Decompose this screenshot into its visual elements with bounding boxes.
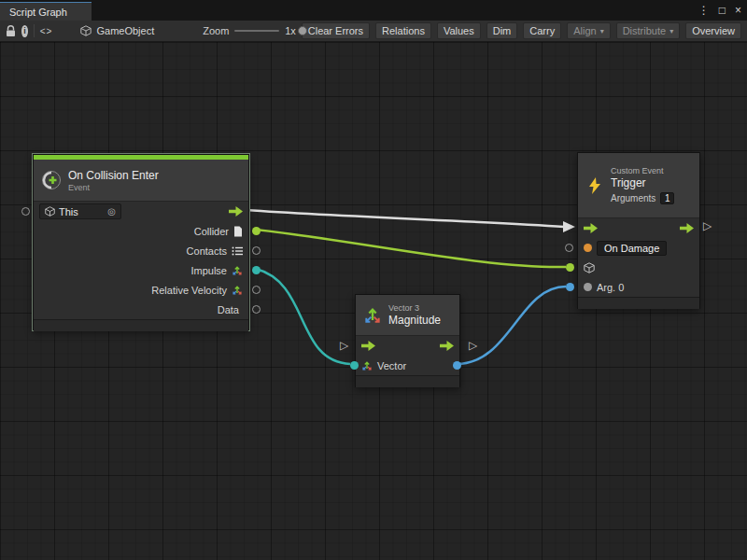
arg0-input-port[interactable] — [566, 283, 574, 291]
zoom-value: 1x — [285, 25, 296, 36]
cube-icon — [45, 206, 55, 217]
relative-velocity-output-port[interactable] — [252, 286, 261, 294]
node-header: Vector 3 Magnitude — [356, 295, 459, 336]
port-label-contacts: Contacts — [187, 245, 227, 257]
node-subtitle: Event — [68, 183, 159, 192]
this-value: This — [59, 206, 78, 217]
impulse-output-port[interactable] — [252, 266, 261, 274]
node-header: On Collision Enter Event — [34, 160, 248, 202]
contacts-output-port[interactable] — [252, 246, 261, 255]
node-kind-label: Custom Event — [611, 166, 674, 175]
arguments-label: Arguments — [611, 193, 655, 203]
lock-icon[interactable] — [6, 25, 16, 37]
node-title: Trigger — [611, 176, 674, 189]
tab-title: Script Graph — [9, 7, 67, 18]
values-button[interactable]: Values — [437, 22, 481, 39]
info-icon[interactable]: i — [21, 25, 28, 37]
chevron-down-icon: ▾ — [600, 27, 604, 35]
clear-errors-button[interactable]: Clear Errors — [302, 22, 370, 39]
list-icon — [232, 246, 243, 256]
gameobject-label: GameObject — [96, 25, 154, 36]
target-input-port[interactable] — [566, 263, 574, 272]
vector-input-port[interactable] — [350, 361, 359, 370]
zoom-slider[interactable] — [234, 24, 279, 37]
node-title: On Collision Enter — [68, 169, 159, 182]
relations-button[interactable]: Relations — [375, 22, 431, 39]
tab-script-graph[interactable]: Script Graph — [0, 2, 92, 21]
data-output-port[interactable] — [252, 305, 261, 314]
magnitude-output-port[interactable] — [453, 361, 461, 370]
wire-magnitude-to-arg0[interactable] — [457, 287, 566, 364]
overview-button[interactable]: Overview — [685, 22, 741, 39]
wire-impulse-to-vector[interactable] — [256, 269, 350, 364]
window-controls: ⋮ □ × — [698, 0, 741, 21]
vector3-icon — [232, 265, 243, 276]
target-picker-icon[interactable]: ◎ — [107, 206, 116, 217]
control-triangle-icon: ▷ — [340, 340, 348, 351]
node-custom-event-trigger[interactable]: Custom Event Trigger Arguments 1 On Dama… — [577, 152, 700, 309]
event-name-field[interactable]: On Damage — [597, 241, 667, 256]
zoom-slider-track — [234, 30, 279, 32]
close-icon[interactable]: × — [735, 4, 741, 17]
node-on-collision-enter[interactable]: On Collision Enter Event This ◎ Collider — [33, 154, 249, 330]
node-footer — [356, 375, 459, 387]
port-label-vector: Vector — [377, 360, 406, 371]
wire-control-flow[interactable] — [246, 210, 564, 227]
dim-button[interactable]: Dim — [486, 22, 518, 39]
gameobject-target[interactable]: GameObject — [80, 25, 154, 36]
vector3-icon — [363, 306, 382, 325]
control-input-arrow-icon[interactable] — [584, 223, 598, 233]
control-input-port[interactable] — [21, 207, 30, 216]
node-vector3-magnitude[interactable]: Vector 3 Magnitude Vect — [355, 294, 460, 387]
align-button[interactable]: Align ▾ — [567, 22, 610, 39]
target-this-dropdown[interactable]: This ◎ — [39, 203, 121, 219]
control-triangle-icon: ▷ — [703, 220, 712, 231]
toolbar-separator — [34, 24, 35, 37]
node-title: Magnitude — [388, 314, 441, 327]
event-icon — [41, 170, 62, 190]
cube-icon — [584, 262, 595, 273]
arguments-count-field[interactable]: 1 — [660, 192, 674, 204]
vector3-icon — [361, 360, 373, 371]
control-output-arrow-icon[interactable] — [680, 223, 694, 233]
arg0-port-dot[interactable] — [584, 283, 592, 291]
event-name-input-port[interactable] — [565, 244, 573, 252]
port-label-arg0: Arg. 0 — [597, 282, 624, 293]
control-output-arrow-icon[interactable] — [229, 206, 243, 217]
window-menu-icon[interactable]: ⋮ — [698, 4, 710, 17]
gameobject-cube-icon — [80, 25, 92, 36]
carry-button[interactable]: Carry — [523, 22, 561, 39]
wire-control-arrowhead — [563, 221, 575, 232]
code-view-icon[interactable]: <> — [40, 26, 53, 36]
event-name-port[interactable] — [584, 244, 592, 252]
control-triangle-icon: ▷ — [469, 340, 477, 351]
port-label-relative-velocity: Relative Velocity — [151, 285, 227, 296]
node-footer — [578, 297, 699, 309]
wire-collider-to-target[interactable] — [256, 230, 566, 267]
node-footer — [34, 319, 248, 331]
maximize-icon[interactable]: □ — [719, 4, 726, 17]
graph-canvas[interactable]: On Collision Enter Event This ◎ Collider — [0, 42, 747, 560]
distribute-button[interactable]: Distribute ▾ — [616, 22, 680, 39]
zoom-label: Zoom — [203, 25, 229, 36]
vector3-icon — [232, 285, 243, 296]
node-type-label: Vector 3 — [388, 303, 441, 313]
tab-bar: Script Graph ⋮ □ × — [0, 0, 747, 21]
control-input-arrow-icon[interactable] — [361, 341, 375, 351]
collider-output-port[interactable] — [252, 227, 261, 235]
lightning-bolt-icon — [585, 176, 604, 195]
script-graph-window: Script Graph ⋮ □ × i <> GameObject Zoom … — [0, 0, 747, 560]
document-icon — [233, 226, 243, 237]
node-header: Custom Event Trigger Arguments 1 — [578, 153, 699, 218]
chevron-down-icon: ▾ — [669, 27, 673, 35]
port-label-data: Data — [218, 304, 239, 315]
control-output-arrow-icon[interactable] — [440, 341, 454, 351]
port-label-impulse: Impulse — [190, 265, 227, 276]
port-label-collider: Collider — [194, 226, 229, 237]
graph-toolbar: i <> GameObject Zoom 1x Clear Errors Rel… — [0, 21, 747, 42]
